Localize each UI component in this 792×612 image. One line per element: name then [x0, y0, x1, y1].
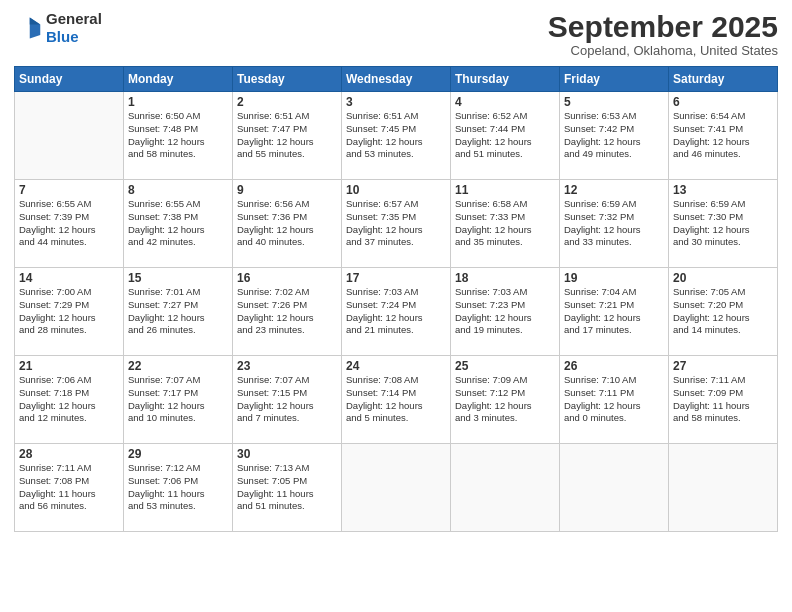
- calendar-cell: [560, 444, 669, 532]
- calendar-cell: 12Sunrise: 6:59 AM Sunset: 7:32 PM Dayli…: [560, 180, 669, 268]
- col-wednesday: Wednesday: [342, 67, 451, 92]
- col-monday: Monday: [124, 67, 233, 92]
- day-info: Sunrise: 7:13 AM Sunset: 7:05 PM Dayligh…: [237, 462, 337, 513]
- day-number: 4: [455, 95, 555, 109]
- logo-icon: [14, 14, 42, 42]
- day-info: Sunrise: 7:03 AM Sunset: 7:23 PM Dayligh…: [455, 286, 555, 337]
- col-saturday: Saturday: [669, 67, 778, 92]
- day-number: 11: [455, 183, 555, 197]
- calendar-cell: [342, 444, 451, 532]
- day-number: 30: [237, 447, 337, 461]
- calendar-cell: 26Sunrise: 7:10 AM Sunset: 7:11 PM Dayli…: [560, 356, 669, 444]
- day-info: Sunrise: 7:03 AM Sunset: 7:24 PM Dayligh…: [346, 286, 446, 337]
- day-info: Sunrise: 6:54 AM Sunset: 7:41 PM Dayligh…: [673, 110, 773, 161]
- day-number: 25: [455, 359, 555, 373]
- calendar-cell: 17Sunrise: 7:03 AM Sunset: 7:24 PM Dayli…: [342, 268, 451, 356]
- col-thursday: Thursday: [451, 67, 560, 92]
- calendar-cell: 8Sunrise: 6:55 AM Sunset: 7:38 PM Daylig…: [124, 180, 233, 268]
- calendar-cell: 28Sunrise: 7:11 AM Sunset: 7:08 PM Dayli…: [15, 444, 124, 532]
- day-number: 28: [19, 447, 119, 461]
- day-number: 10: [346, 183, 446, 197]
- calendar-cell: 2Sunrise: 6:51 AM Sunset: 7:47 PM Daylig…: [233, 92, 342, 180]
- day-info: Sunrise: 6:52 AM Sunset: 7:44 PM Dayligh…: [455, 110, 555, 161]
- calendar-week-0: 1Sunrise: 6:50 AM Sunset: 7:48 PM Daylig…: [15, 92, 778, 180]
- day-info: Sunrise: 6:50 AM Sunset: 7:48 PM Dayligh…: [128, 110, 228, 161]
- day-number: 27: [673, 359, 773, 373]
- day-number: 9: [237, 183, 337, 197]
- day-number: 23: [237, 359, 337, 373]
- day-number: 22: [128, 359, 228, 373]
- calendar-cell: 30Sunrise: 7:13 AM Sunset: 7:05 PM Dayli…: [233, 444, 342, 532]
- day-info: Sunrise: 7:08 AM Sunset: 7:14 PM Dayligh…: [346, 374, 446, 425]
- day-number: 6: [673, 95, 773, 109]
- day-number: 12: [564, 183, 664, 197]
- calendar-cell: 27Sunrise: 7:11 AM Sunset: 7:09 PM Dayli…: [669, 356, 778, 444]
- logo-text: General Blue: [46, 10, 102, 46]
- calendar-cell: 11Sunrise: 6:58 AM Sunset: 7:33 PM Dayli…: [451, 180, 560, 268]
- calendar-week-3: 21Sunrise: 7:06 AM Sunset: 7:18 PM Dayli…: [15, 356, 778, 444]
- day-info: Sunrise: 6:55 AM Sunset: 7:38 PM Dayligh…: [128, 198, 228, 249]
- day-info: Sunrise: 7:06 AM Sunset: 7:18 PM Dayligh…: [19, 374, 119, 425]
- calendar-header-row: Sunday Monday Tuesday Wednesday Thursday…: [15, 67, 778, 92]
- day-number: 19: [564, 271, 664, 285]
- day-info: Sunrise: 7:05 AM Sunset: 7:20 PM Dayligh…: [673, 286, 773, 337]
- calendar-cell: 14Sunrise: 7:00 AM Sunset: 7:29 PM Dayli…: [15, 268, 124, 356]
- day-number: 18: [455, 271, 555, 285]
- day-number: 15: [128, 271, 228, 285]
- page: General Blue September 2025 Copeland, Ok…: [0, 0, 792, 612]
- calendar-week-2: 14Sunrise: 7:00 AM Sunset: 7:29 PM Dayli…: [15, 268, 778, 356]
- day-info: Sunrise: 7:00 AM Sunset: 7:29 PM Dayligh…: [19, 286, 119, 337]
- day-info: Sunrise: 7:11 AM Sunset: 7:09 PM Dayligh…: [673, 374, 773, 425]
- header: General Blue September 2025 Copeland, Ok…: [14, 10, 778, 58]
- day-info: Sunrise: 7:12 AM Sunset: 7:06 PM Dayligh…: [128, 462, 228, 513]
- day-info: Sunrise: 6:59 AM Sunset: 7:32 PM Dayligh…: [564, 198, 664, 249]
- calendar-cell: 3Sunrise: 6:51 AM Sunset: 7:45 PM Daylig…: [342, 92, 451, 180]
- day-info: Sunrise: 7:09 AM Sunset: 7:12 PM Dayligh…: [455, 374, 555, 425]
- day-number: 20: [673, 271, 773, 285]
- calendar-cell: 20Sunrise: 7:05 AM Sunset: 7:20 PM Dayli…: [669, 268, 778, 356]
- calendar-cell: 21Sunrise: 7:06 AM Sunset: 7:18 PM Dayli…: [15, 356, 124, 444]
- calendar-cell: 1Sunrise: 6:50 AM Sunset: 7:48 PM Daylig…: [124, 92, 233, 180]
- day-info: Sunrise: 6:56 AM Sunset: 7:36 PM Dayligh…: [237, 198, 337, 249]
- calendar-cell: 29Sunrise: 7:12 AM Sunset: 7:06 PM Dayli…: [124, 444, 233, 532]
- svg-marker-1: [30, 18, 41, 25]
- day-info: Sunrise: 6:59 AM Sunset: 7:30 PM Dayligh…: [673, 198, 773, 249]
- calendar-cell: 25Sunrise: 7:09 AM Sunset: 7:12 PM Dayli…: [451, 356, 560, 444]
- day-number: 1: [128, 95, 228, 109]
- location: Copeland, Oklahoma, United States: [548, 43, 778, 58]
- day-info: Sunrise: 7:10 AM Sunset: 7:11 PM Dayligh…: [564, 374, 664, 425]
- calendar-cell: 4Sunrise: 6:52 AM Sunset: 7:44 PM Daylig…: [451, 92, 560, 180]
- calendar-cell: 22Sunrise: 7:07 AM Sunset: 7:17 PM Dayli…: [124, 356, 233, 444]
- calendar-cell: 9Sunrise: 6:56 AM Sunset: 7:36 PM Daylig…: [233, 180, 342, 268]
- col-sunday: Sunday: [15, 67, 124, 92]
- calendar-cell: 18Sunrise: 7:03 AM Sunset: 7:23 PM Dayli…: [451, 268, 560, 356]
- calendar-cell: 15Sunrise: 7:01 AM Sunset: 7:27 PM Dayli…: [124, 268, 233, 356]
- month-title: September 2025: [548, 10, 778, 43]
- day-info: Sunrise: 7:11 AM Sunset: 7:08 PM Dayligh…: [19, 462, 119, 513]
- col-tuesday: Tuesday: [233, 67, 342, 92]
- day-info: Sunrise: 6:51 AM Sunset: 7:45 PM Dayligh…: [346, 110, 446, 161]
- day-info: Sunrise: 6:53 AM Sunset: 7:42 PM Dayligh…: [564, 110, 664, 161]
- calendar-cell: [15, 92, 124, 180]
- day-info: Sunrise: 6:51 AM Sunset: 7:47 PM Dayligh…: [237, 110, 337, 161]
- day-info: Sunrise: 6:55 AM Sunset: 7:39 PM Dayligh…: [19, 198, 119, 249]
- calendar-cell: [669, 444, 778, 532]
- calendar-week-1: 7Sunrise: 6:55 AM Sunset: 7:39 PM Daylig…: [15, 180, 778, 268]
- calendar-cell: 13Sunrise: 6:59 AM Sunset: 7:30 PM Dayli…: [669, 180, 778, 268]
- day-info: Sunrise: 7:07 AM Sunset: 7:17 PM Dayligh…: [128, 374, 228, 425]
- title-block: September 2025 Copeland, Oklahoma, Unite…: [548, 10, 778, 58]
- calendar-cell: 19Sunrise: 7:04 AM Sunset: 7:21 PM Dayli…: [560, 268, 669, 356]
- day-number: 7: [19, 183, 119, 197]
- day-info: Sunrise: 7:07 AM Sunset: 7:15 PM Dayligh…: [237, 374, 337, 425]
- day-number: 13: [673, 183, 773, 197]
- day-number: 14: [19, 271, 119, 285]
- day-number: 5: [564, 95, 664, 109]
- calendar-week-4: 28Sunrise: 7:11 AM Sunset: 7:08 PM Dayli…: [15, 444, 778, 532]
- day-info: Sunrise: 6:58 AM Sunset: 7:33 PM Dayligh…: [455, 198, 555, 249]
- day-number: 17: [346, 271, 446, 285]
- day-info: Sunrise: 7:02 AM Sunset: 7:26 PM Dayligh…: [237, 286, 337, 337]
- calendar-cell: 6Sunrise: 6:54 AM Sunset: 7:41 PM Daylig…: [669, 92, 778, 180]
- day-info: Sunrise: 7:01 AM Sunset: 7:27 PM Dayligh…: [128, 286, 228, 337]
- day-number: 29: [128, 447, 228, 461]
- calendar-cell: 5Sunrise: 6:53 AM Sunset: 7:42 PM Daylig…: [560, 92, 669, 180]
